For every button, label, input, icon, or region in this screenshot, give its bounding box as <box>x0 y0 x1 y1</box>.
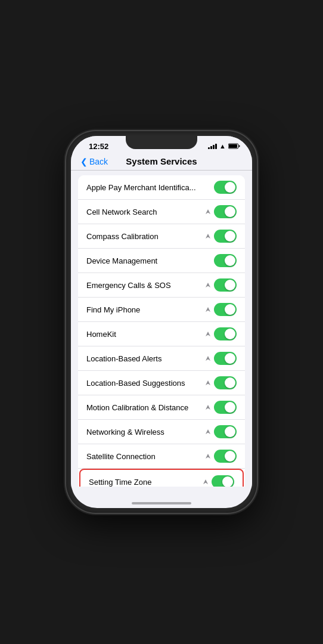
svg-rect-2 <box>239 145 240 147</box>
back-button[interactable]: ❮ Back <box>80 157 108 166</box>
home-indicator <box>132 502 191 504</box>
svg-rect-1 <box>229 144 237 148</box>
toggle-device-mgmt[interactable] <box>214 254 237 267</box>
row-label-satellite: Satellite Connection <box>86 452 204 461</box>
back-chevron-icon: ❮ <box>80 157 88 166</box>
row-label-motion: Motion Calibration & Distance <box>86 403 204 412</box>
toggle-thumb-motion <box>225 402 235 413</box>
toggle-location-alerts[interactable] <box>214 352 237 365</box>
row-right-compass <box>204 230 237 243</box>
settings-row-location-alerts[interactable]: Location-Based Alerts <box>78 346 245 371</box>
row-label-device-mgmt: Device Management <box>86 256 214 265</box>
row-right-location-suggestions <box>204 376 237 389</box>
phone-screen: 12:52 ▲ <box>71 136 252 508</box>
toggle-location-suggestions[interactable] <box>214 376 237 389</box>
settings-row-location-suggestions[interactable]: Location-Based Suggestions <box>78 371 245 395</box>
row-label-apple-pay: Apple Pay Merchant Identifica... <box>86 183 214 192</box>
row-right-satellite <box>204 450 237 463</box>
toggle-thumb-homekit <box>225 329 235 339</box>
settings-row-setting-time-zone[interactable]: Setting Time Zone <box>79 469 244 487</box>
location-arrow-icon <box>204 281 212 289</box>
row-right-device-mgmt <box>214 254 237 267</box>
svg-marker-11 <box>206 429 210 434</box>
settings-row-motion[interactable]: Motion Calibration & Distance <box>78 395 245 420</box>
settings-row-homekit[interactable]: HomeKit <box>78 322 245 346</box>
settings-row-apple-pay[interactable]: Apple Pay Merchant Identifica... <box>78 175 245 200</box>
toggle-homekit[interactable] <box>214 327 237 340</box>
row-label-find-iphone: Find My iPhone <box>86 305 204 314</box>
settings-row-networking[interactable]: Networking & Wireless <box>78 420 245 444</box>
svg-marker-4 <box>206 234 210 239</box>
svg-marker-13 <box>203 479 208 484</box>
row-right-homekit <box>204 327 237 340</box>
settings-list: Apple Pay Merchant Identifica...Cell Net… <box>71 171 252 487</box>
toggle-thumb-location-alerts <box>225 353 235 364</box>
row-label-cell-network: Cell Network Search <box>86 208 204 216</box>
settings-row-device-mgmt[interactable]: Device Management <box>78 249 245 273</box>
toggle-thumb-cell-network <box>225 206 235 217</box>
row-label-location-suggestions: Location-Based Suggestions <box>86 379 204 388</box>
row-right-apple-pay <box>214 181 237 194</box>
status-time: 12:52 <box>83 142 108 151</box>
location-arrow-icon <box>204 233 212 240</box>
location-arrow-icon <box>204 330 212 338</box>
settings-row-cell-network[interactable]: Cell Network Search <box>78 200 245 224</box>
location-arrow-icon <box>204 208 212 215</box>
location-arrow-icon <box>204 404 212 411</box>
toggle-compass[interactable] <box>214 230 237 243</box>
settings-group: Apple Pay Merchant Identifica...Cell Net… <box>78 175 245 487</box>
wifi-icon: ▲ <box>219 143 226 150</box>
page-title: System Services <box>126 156 197 166</box>
location-arrow-icon <box>204 428 212 435</box>
toggle-thumb-networking <box>225 426 235 437</box>
notch <box>126 136 197 149</box>
location-arrow-icon <box>202 478 209 485</box>
svg-marker-10 <box>206 405 210 410</box>
battery-icon <box>228 143 240 149</box>
back-label: Back <box>89 157 108 166</box>
toggle-thumb-satellite <box>225 451 235 462</box>
row-label-networking: Networking & Wireless <box>86 428 204 436</box>
row-right-location-alerts <box>204 352 237 365</box>
toggle-apple-pay[interactable] <box>214 181 237 194</box>
settings-row-satellite[interactable]: Satellite Connection <box>78 444 245 469</box>
toggle-thumb-apple-pay <box>225 182 235 193</box>
toggle-networking[interactable] <box>214 425 237 438</box>
settings-row-emergency[interactable]: Emergency Calls & SOS <box>78 273 245 298</box>
row-label-emergency: Emergency Calls & SOS <box>86 281 204 290</box>
toggle-emergency[interactable] <box>214 278 237 292</box>
row-right-networking <box>204 425 237 438</box>
row-right-cell-network <box>204 205 237 218</box>
nav-bar: ❮ Back System Services <box>71 153 252 171</box>
toggle-satellite[interactable] <box>214 450 237 463</box>
svg-marker-9 <box>206 380 210 385</box>
toggle-thumb-device-mgmt <box>225 255 235 266</box>
row-label-homekit: HomeKit <box>86 330 204 339</box>
row-right-emergency <box>204 278 237 292</box>
row-label-location-alerts: Location-Based Alerts <box>86 354 204 363</box>
location-arrow-icon <box>204 355 212 362</box>
row-label-setting-time-zone: Setting Time Zone <box>89 478 202 487</box>
location-arrow-icon <box>204 453 212 460</box>
svg-marker-3 <box>206 209 210 214</box>
row-right-setting-time-zone <box>202 475 234 487</box>
status-icons: ▲ <box>208 143 240 150</box>
location-arrow-icon <box>204 379 212 386</box>
svg-marker-12 <box>206 454 210 459</box>
toggle-thumb-compass <box>225 231 235 242</box>
svg-marker-8 <box>206 356 210 361</box>
settings-row-find-iphone[interactable]: Find My iPhone <box>78 298 245 322</box>
toggle-find-iphone[interactable] <box>214 303 237 316</box>
toggle-motion[interactable] <box>214 401 237 414</box>
settings-row-compass[interactable]: Compass Calibration <box>78 224 245 249</box>
toggle-thumb-find-iphone <box>225 304 235 315</box>
svg-marker-7 <box>206 332 210 336</box>
location-arrow-icon <box>204 306 212 313</box>
row-right-find-iphone <box>204 303 237 316</box>
svg-marker-6 <box>206 307 210 312</box>
toggle-setting-time-zone[interactable] <box>212 475 234 487</box>
toggle-cell-network[interactable] <box>214 205 237 218</box>
toggle-thumb-emergency <box>225 280 235 290</box>
svg-marker-5 <box>206 283 210 287</box>
row-label-compass: Compass Calibration <box>86 232 204 241</box>
